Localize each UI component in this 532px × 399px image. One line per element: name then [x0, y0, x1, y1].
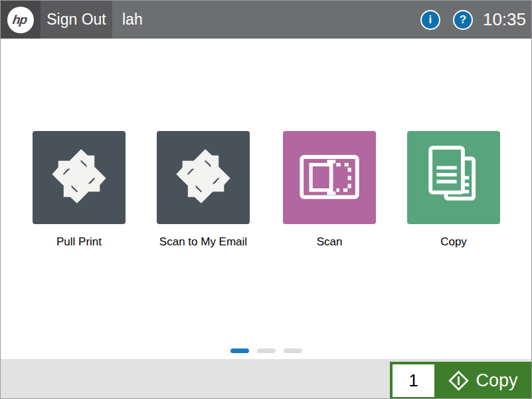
copy-button[interactable]: Copy [434, 362, 531, 399]
page-indicator [230, 348, 302, 353]
clock: 10:35 [483, 9, 526, 30]
papercut-arrows-icon [43, 140, 115, 215]
hp-logo: hp [1, 1, 41, 39]
copy-pages-icon [415, 138, 492, 217]
tile-label: Copy [400, 235, 507, 249]
help-icon[interactable]: ? [453, 10, 473, 30]
page-dot-2[interactable] [257, 348, 276, 353]
quick-copy-group: 1 Copy [390, 362, 531, 399]
info-icon[interactable]: i [420, 10, 440, 30]
tile-scan[interactable]: Scan [283, 131, 376, 249]
scanner-icon [291, 138, 368, 217]
tile-pull-print[interactable]: Pull Print [33, 131, 126, 249]
tile-label: Scan [276, 235, 383, 249]
tile-scan-to-my-email[interactable]: Scan to My Email [157, 131, 250, 249]
sign-out-button[interactable]: Sign Out [41, 1, 112, 39]
printer-home-screen: hp Sign Out lah i ? 10:35 [0, 0, 532, 399]
hp-logo-letters: hp [12, 13, 29, 27]
top-bar-right: i ? 10:35 [420, 9, 531, 30]
page-dot-1[interactable] [230, 348, 249, 353]
username-label: lah [122, 11, 143, 29]
tile-copy[interactable]: Copy [407, 131, 500, 249]
hp-logo-icon: hp [7, 7, 34, 33]
papercut-arrows-icon [167, 140, 239, 215]
tile-label: Pull Print [26, 235, 132, 249]
top-bar: hp Sign Out lah i ? 10:35 [1, 1, 531, 39]
page-dot-3[interactable] [284, 348, 302, 353]
copy-button-label: Copy [476, 370, 517, 391]
start-diamond-icon [448, 370, 470, 392]
tile-label: Scan to My Email [150, 235, 256, 249]
copy-count-field[interactable]: 1 [393, 364, 434, 397]
